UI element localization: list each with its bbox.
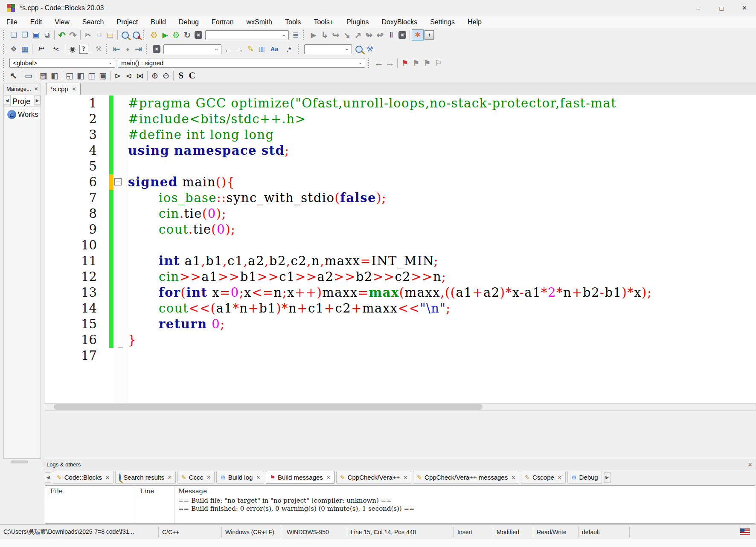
run-to-cursor-icon[interactable]: ↳ <box>319 30 330 40</box>
highlight-occurrences-icon[interactable]: ✎ <box>245 44 256 54</box>
step-out-icon[interactable]: ↗ <box>352 30 363 40</box>
log-tab-cccc[interactable]: ✎Cccc✕ <box>177 471 215 484</box>
debugging-windows-icon[interactable]: ✱ <box>412 30 424 40</box>
align-mixed-icon[interactable]: ◧ <box>49 71 60 81</box>
incsearch-next-icon[interactable]: → <box>234 44 245 54</box>
match-case-icon[interactable]: Aa <box>267 44 282 54</box>
next-bookmark-icon[interactable]: ⚑ <box>422 58 433 68</box>
step-into-icon[interactable]: ↘ <box>341 30 352 40</box>
threadsearch-options-icon[interactable]: ⚒ <box>364 44 375 54</box>
menu-item-debug[interactable]: Debug <box>172 18 205 26</box>
splitter-handle[interactable] <box>11 460 28 463</box>
clear-bookmarks-icon[interactable]: ⚐ <box>433 58 444 68</box>
log-tab-close-icon[interactable]: ✕ <box>511 475 515 480</box>
editor-tab-close-icon[interactable]: ✕ <box>72 86 76 92</box>
save-icon[interactable]: ▣ <box>30 30 41 40</box>
menu-item-fortran[interactable]: Fortran <box>205 18 240 26</box>
menu-item-plugins[interactable]: Plugins <box>340 18 375 26</box>
run-icon[interactable]: ▶ <box>160 30 171 40</box>
open-file-icon[interactable]: ❐ <box>19 30 30 40</box>
scope-combo[interactable]: <global>⌄ <box>9 58 115 68</box>
threadsearch-combo[interactable]: ⌄ <box>304 44 352 54</box>
next-instruction-icon[interactable]: ↬ <box>363 30 375 40</box>
debug-continue-icon[interactable]: ▶ <box>308 30 319 40</box>
tabs-scroll-left-icon[interactable]: ◀ <box>4 96 10 105</box>
break-debugger-icon[interactable]: ‖ <box>386 30 397 40</box>
editor-tab-scpp[interactable]: *s.cpp ✕ <box>46 83 81 95</box>
menu-item-doxyblocks[interactable]: DoxyBlocks <box>375 18 424 26</box>
replace-icon[interactable]: R <box>131 30 142 40</box>
view-html-icon[interactable]: ◉ <box>67 44 78 54</box>
menu-item-settings[interactable]: Settings <box>424 18 461 26</box>
log-tab-build-messages[interactable]: ⚑Build messages✕ <box>266 471 334 484</box>
scrollbar-thumb[interactable] <box>54 404 483 410</box>
find-icon[interactable] <box>119 30 131 40</box>
menu-item-edit[interactable]: Edit <box>24 18 49 26</box>
various-info-icon[interactable]: i <box>424 30 435 40</box>
log-tab-close-icon[interactable]: ✕ <box>105 475 110 480</box>
align-bottom-icon[interactable]: ◱ <box>64 71 75 81</box>
minimize-button[interactable]: – <box>687 0 710 16</box>
build-and-run-icon[interactable]: ⚙ <box>171 30 182 40</box>
log-tab-build-log[interactable]: ⚙Build log✕ <box>216 471 264 484</box>
close-button[interactable]: ✕ <box>733 0 756 16</box>
next-line-icon[interactable]: ↪ <box>330 30 341 40</box>
function-combo[interactable]: main() : signed⌄ <box>118 58 365 68</box>
management-close-icon[interactable]: ✕ <box>34 86 38 92</box>
select-target-icon[interactable]: ≣ <box>290 30 301 40</box>
menu-item-view[interactable]: View <box>48 18 76 26</box>
copy-icon[interactable]: ⧉ <box>93 30 105 40</box>
log-tab-cppcheck-vera-[interactable]: ✎CppCheck/Vera++✕ <box>336 471 411 484</box>
jump-marker-icon[interactable]: ● <box>122 44 133 54</box>
zoom-out-icon[interactable]: ⊖ <box>160 71 172 81</box>
build-target-combo[interactable]: ⌄ <box>205 30 289 40</box>
log-tab-code-blocks[interactable]: ✎Code::Blocks✕ <box>53 471 113 484</box>
log-tab-close-icon[interactable]: ✕ <box>326 475 331 480</box>
paste-icon[interactable]: ▤ <box>105 30 116 40</box>
comment-line-icon[interactable]: *< <box>49 44 63 54</box>
doxyblocks-config-icon[interactable]: ▦ <box>19 44 30 54</box>
show-source-icon[interactable]: S <box>175 71 186 81</box>
logs-tabs-scroll-left-icon[interactable]: ◀ <box>45 472 51 483</box>
jump-forward-icon[interactable]: ⇥ <box>133 44 144 54</box>
new-file-icon[interactable]: ❏ <box>8 30 19 40</box>
doxy-preferences-wrench-icon[interactable]: ⚒ <box>93 44 104 54</box>
maximize-button[interactable]: □ <box>710 0 733 16</box>
widget-box-icon[interactable]: ▭ <box>23 71 34 81</box>
menu-item-build[interactable]: Build <box>144 18 172 26</box>
stop-debugger-icon[interactable]: ✕ <box>397 30 408 40</box>
expand-left-icon[interactable]: ⊲ <box>123 71 134 81</box>
log-tab-close-icon[interactable]: ✕ <box>206 475 211 480</box>
logs-tabs-scroll-right-icon[interactable]: ▶ <box>604 472 611 483</box>
horizontal-scrollbar[interactable] <box>45 403 756 411</box>
tab-projects[interactable]: Proje <box>10 95 34 106</box>
cut-icon[interactable]: ✂ <box>82 30 93 40</box>
pointer-tool-icon[interactable]: ↖ <box>8 71 19 81</box>
rebuild-icon[interactable]: ↻ <box>182 30 193 40</box>
toggle-bookmark-icon[interactable]: ⚑ <box>399 58 410 68</box>
log-tab-close-icon[interactable]: ✕ <box>256 475 260 480</box>
fill-parent-icon[interactable]: ▣ <box>97 71 108 81</box>
logs-close-icon[interactable]: ✕ <box>748 462 752 468</box>
redo-icon[interactable]: ↷ <box>67 30 79 40</box>
tabs-scroll-right-icon[interactable]: ▶ <box>34 96 41 105</box>
expand-right-icon[interactable]: ⊳ <box>112 71 123 81</box>
abort-build-icon[interactable]: ✕ <box>193 30 204 40</box>
threadsearch-find-icon[interactable] <box>353 44 364 54</box>
log-tab-close-icon[interactable]: ✕ <box>168 475 172 480</box>
log-tab-cscope[interactable]: ✎Cscope✕ <box>521 471 566 484</box>
log-tab-cppcheck-vera-messages[interactable]: ✎CppCheck/Vera++ messages✕ <box>413 471 519 484</box>
doxyblocks-extract-icon[interactable]: ❖ <box>8 44 19 54</box>
menu-item-file[interactable]: File <box>0 18 24 26</box>
log-tab-close-icon[interactable]: ✕ <box>558 475 562 480</box>
align-center-icon[interactable]: ◫ <box>86 71 97 81</box>
menu-item-project[interactable]: Project <box>110 18 144 26</box>
menu-item-tools[interactable]: Tools <box>279 18 307 26</box>
log-tab-search-results[interactable]: Search results✕ <box>115 471 176 484</box>
jump-back-icon[interactable]: ⇤ <box>111 44 122 54</box>
build-message-row[interactable]: == Build file: "no target" in "no projec… <box>178 497 392 504</box>
log-tab-close-icon[interactable]: ✕ <box>403 475 407 480</box>
incsearch-combo[interactable]: ⌄ <box>163 44 221 54</box>
menu-item-search[interactable]: Search <box>76 18 110 26</box>
prev-bookmark-icon[interactable]: ⚑ <box>410 58 422 68</box>
